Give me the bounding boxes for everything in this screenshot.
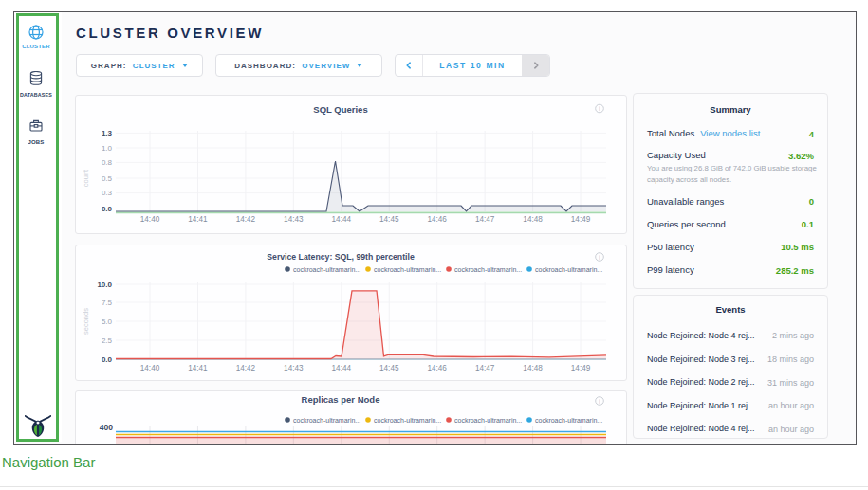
svg-text:14:46: 14:46 — [427, 215, 447, 224]
svg-text:5.0: 5.0 — [102, 318, 113, 326]
svg-text:cockroach-ultramarin...: cockroach-ultramarin... — [454, 266, 522, 273]
svg-text:SQL Queries: SQL Queries — [313, 104, 367, 115]
svg-text:2.5: 2.5 — [102, 336, 113, 345]
svg-text:14:48: 14:48 — [523, 215, 543, 224]
svg-text:count: count — [82, 169, 90, 187]
svg-text:cockroach-ultramarin...: cockroach-ultramarin... — [374, 417, 441, 424]
svg-text:14:41: 14:41 — [188, 364, 208, 372]
svg-text:14:42: 14:42 — [236, 215, 256, 224]
svg-text:400: 400 — [100, 423, 113, 432]
svg-text:14:49: 14:49 — [571, 215, 591, 224]
svg-text:1.3: 1.3 — [102, 129, 113, 137]
svg-text:i: i — [599, 254, 600, 261]
svg-text:cockroach-ultramarin...: cockroach-ultramarin... — [535, 266, 602, 273]
svg-text:14:40: 14:40 — [140, 215, 160, 224]
svg-text:cockroach-ultramarin...: cockroach-ultramarin... — [293, 417, 360, 424]
svg-text:14:41: 14:41 — [188, 215, 208, 224]
svg-text:14:49: 14:49 — [571, 364, 591, 372]
svg-text:0.0: 0.0 — [102, 205, 113, 213]
svg-text:cockroach-ultramarin...: cockroach-ultramarin... — [374, 266, 441, 273]
svg-text:14:40: 14:40 — [140, 364, 160, 372]
svg-text:14:48: 14:48 — [523, 364, 543, 372]
svg-text:Service Latency: SQL, 99th per: Service Latency: SQL, 99th percentile — [267, 252, 415, 262]
svg-text:14:43: 14:43 — [284, 215, 304, 224]
svg-text:0.0: 0.0 — [102, 355, 113, 364]
svg-text:0.5: 0.5 — [102, 174, 113, 183]
svg-text:14:44: 14:44 — [332, 215, 352, 224]
svg-text:cockroach-ultramarin...: cockroach-ultramarin... — [293, 266, 360, 273]
svg-text:14:47: 14:47 — [475, 364, 495, 372]
svg-text:14:42: 14:42 — [236, 364, 256, 372]
svg-text:14:45: 14:45 — [379, 364, 399, 372]
svg-text:seconds: seconds — [82, 308, 90, 335]
svg-text:7.5: 7.5 — [102, 299, 113, 307]
svg-text:14:43: 14:43 — [284, 364, 304, 372]
svg-text:14:44: 14:44 — [332, 364, 352, 372]
svg-text:Replicas per Node: Replicas per Node — [302, 394, 380, 405]
svg-text:14:45: 14:45 — [379, 215, 399, 224]
svg-text:14:46: 14:46 — [427, 364, 447, 372]
svg-text:10.0: 10.0 — [97, 281, 112, 289]
svg-text:i: i — [599, 398, 600, 405]
svg-text:i: i — [599, 105, 600, 112]
svg-text:cockroach-ultramarin...: cockroach-ultramarin... — [454, 417, 522, 424]
svg-text:14:47: 14:47 — [475, 215, 495, 224]
svg-text:1.0: 1.0 — [102, 144, 113, 153]
svg-text:cockroach-ultramarin...: cockroach-ultramarin... — [535, 417, 602, 424]
svg-text:0.3: 0.3 — [102, 189, 113, 197]
svg-text:0.8: 0.8 — [102, 158, 113, 167]
